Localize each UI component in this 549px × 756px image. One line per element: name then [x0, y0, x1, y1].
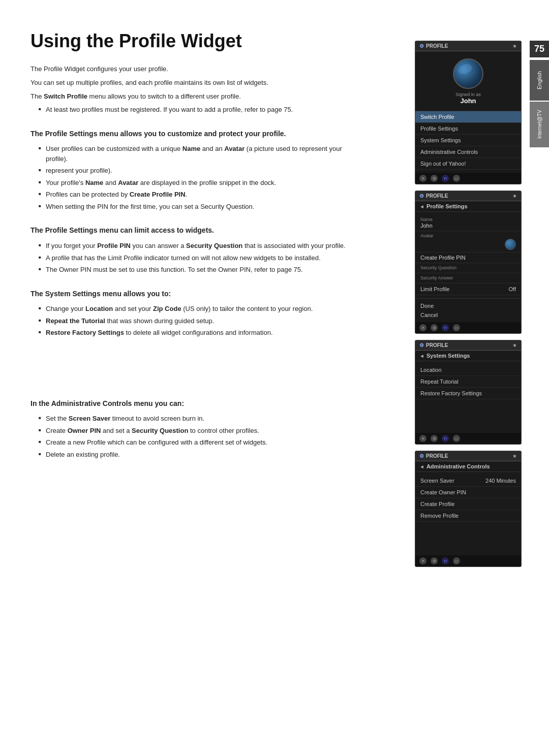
back-arrow-4[interactable]: ◄: [419, 464, 424, 469]
profile-icon-4: ⚙: [419, 453, 424, 459]
bottom-icon-x2: ✕: [419, 324, 426, 331]
menu-location[interactable]: Location: [415, 364, 521, 376]
widget-2-footer: Done Cancel: [415, 298, 521, 322]
widget-4-header: ⚙ PROFILE ★: [415, 451, 521, 461]
section-4-bullet-4: Delete an existing profile.: [39, 450, 346, 460]
widget-3-sub-header: ◄ System Settings: [415, 351, 521, 361]
field-limit-profile: Limit Profile Off: [415, 284, 521, 295]
intro-line-1: The Profile Widget configures your user …: [30, 64, 346, 75]
avatar-image: [505, 239, 516, 250]
menu-create-owner-pin[interactable]: Create Owner PIN: [415, 487, 521, 498]
footer-done[interactable]: Done: [420, 301, 516, 310]
main-content: Using the Profile Widget The Profile Wid…: [0, 0, 366, 482]
field-create-pin-value: Create Profile PIN: [420, 255, 516, 261]
widget-2-header: ⚙ PROFILE ★: [415, 191, 521, 201]
field-sq-label: Security Question: [420, 265, 516, 270]
widget-screenshot-2: ⚙ PROFILE ★ ◄ Profile Settings Name John…: [415, 191, 522, 334]
widget-1-title: ⚙ PROFILE: [419, 43, 448, 49]
profile-icon-1: ⚙: [419, 43, 424, 49]
widget-screenshot-4: ⚙ PROFILE ★ ◄ Administrative Controls Sc…: [415, 451, 522, 567]
profile-icon-3: ⚙: [419, 342, 424, 348]
bottom-icon-x4: ✕: [419, 557, 426, 564]
section-2-bullets: If you forget your Profile PIN you can a…: [30, 241, 346, 275]
widget-2-star: ★: [512, 193, 517, 199]
signed-in-label: Signed in as: [455, 92, 481, 97]
section-1-bullet-3: Your profile's Name and Avatar are displ…: [39, 178, 346, 188]
field-security-question: Security Question: [415, 263, 521, 273]
section-profile-settings: The Profile Settings menu allows you to …: [30, 129, 346, 212]
screen-saver-value: 240 Minutes: [485, 478, 516, 484]
widget-3-body: Location Repeat Tutorial Restore Factory…: [415, 361, 521, 433]
language-tab: English: [530, 60, 549, 101]
menu-admin-controls[interactable]: Administrative Controls: [415, 146, 521, 158]
bottom-icon-gear: ⚙: [431, 175, 438, 182]
intro-bullets: At least two profiles must be registered…: [30, 105, 346, 115]
section-2-bullet-1: If you forget your Profile PIN you can a…: [39, 241, 346, 251]
field-sa-label: Security Answer: [420, 275, 516, 280]
widget-2-title: ⚙ PROFILE: [419, 193, 448, 199]
field-lp-value: Off: [509, 286, 516, 292]
bottom-icon-x3: ✕: [419, 435, 426, 442]
section-2-bullet-3: The Owner PIN must be set to use this fu…: [39, 265, 346, 275]
field-avatar: Avatar: [415, 231, 521, 253]
intro-line-3: The Switch Profile menu allows you to sw…: [30, 91, 346, 102]
screen-saver-label: Screen Saver: [420, 478, 454, 484]
section-2-title: The Profile Settings menu can limit acce…: [30, 226, 346, 236]
field-avatar-value: [420, 239, 516, 250]
menu-remove-profile[interactable]: Remove Profile: [415, 510, 521, 522]
bottom-icon-gear3: ⚙: [431, 435, 438, 442]
intro-bullet-1: At least two profiles must be registered…: [39, 105, 346, 115]
field-security-answer: Security Answer: [415, 273, 521, 284]
menu-restore-factory[interactable]: Restore Factory Settings: [415, 388, 521, 399]
widget-3-star: ★: [512, 342, 517, 348]
menu-system-settings[interactable]: System Settings: [415, 135, 521, 146]
menu-create-profile[interactable]: Create Profile: [415, 498, 521, 510]
footer-cancel[interactable]: Cancel: [420, 310, 516, 320]
section-4-bullets: Set the Screen Saver timeout to avoid sc…: [30, 414, 346, 459]
widget-4-title: ⚙ PROFILE: [419, 453, 448, 459]
section-1-bullet-2: represent your profile).: [39, 166, 346, 176]
bottom-bar-icons-2: ✕ ⚙ Y! ▭: [419, 324, 460, 331]
profile-globe-area: Signed in as John: [415, 54, 521, 111]
profile-icon-2: ⚙: [419, 193, 424, 199]
section-tab: Internet@TV: [530, 102, 549, 147]
menu-screen-saver: Screen Saver 240 Minutes: [415, 475, 521, 487]
widget-2-bottom-bar: ✕ ⚙ Y! ▭: [415, 322, 521, 333]
widget-4-star: ★: [512, 453, 517, 459]
back-arrow-3[interactable]: ◄: [419, 353, 424, 359]
section-4-bullet-1: Set the Screen Saver timeout to avoid sc…: [39, 414, 346, 424]
section-system-settings: The System Settings menu allows you to: …: [30, 289, 346, 338]
intro-line-2: You can set up multiple profiles, and ea…: [30, 78, 346, 88]
section-limit-access: The Profile Settings menu can limit acce…: [30, 226, 346, 274]
section-3-bullets: Change your Location and set your Zip Co…: [30, 304, 346, 338]
section-3-bullet-2: Repeat the Tutorial that was shown durin…: [39, 316, 346, 326]
bottom-icon-yahoo4: Y!: [442, 557, 449, 564]
page-title: Using the Profile Widget: [30, 30, 346, 52]
bottom-icon-yahoo2: Y!: [442, 324, 449, 331]
field-name-label: Name: [420, 217, 516, 222]
bottom-icon-gear4: ⚙: [431, 557, 438, 564]
profile-name-display: John: [460, 97, 476, 105]
page-number: 75: [530, 41, 549, 57]
menu-switch-profile[interactable]: Switch Profile: [415, 111, 521, 123]
section-3-bullet-1: Change your Location and set your Zip Co…: [39, 304, 346, 314]
bottom-bar-icons-3: ✕ ⚙ Y! ▭: [419, 435, 460, 442]
menu-profile-settings[interactable]: Profile Settings: [415, 123, 521, 135]
section-admin-controls: In the Administrative Controls menu you …: [30, 399, 346, 460]
widget-3-title: ⚙ PROFILE: [419, 342, 448, 348]
globe-icon: [453, 58, 483, 89]
section-4-title: In the Administrative Controls menu you …: [30, 399, 346, 409]
widget-1-bottom-bar: ✕ ⚙ Y! ▭: [415, 173, 521, 184]
bottom-icon-rect2: ▭: [453, 324, 460, 331]
back-arrow-2[interactable]: ◄: [419, 204, 424, 209]
section-1-bullet-1: User profiles can be customized with a u…: [39, 144, 346, 164]
section-1-bullet-4: Profiles can be protected by Create Prof…: [39, 190, 346, 200]
menu-repeat-tutorial[interactable]: Repeat Tutorial: [415, 376, 521, 388]
menu-signout[interactable]: Sign out of Yahoo!: [415, 158, 521, 170]
field-avatar-label: Avatar: [420, 233, 516, 238]
field-name: Name John: [415, 215, 521, 231]
section-2-bullet-2: A profile that has the Limit Profile ind…: [39, 253, 346, 263]
bottom-icon-rect3: ▭: [453, 435, 460, 442]
bottom-icon-gear2: ⚙: [431, 324, 438, 331]
bottom-icon-yahoo: Y!: [442, 175, 449, 182]
